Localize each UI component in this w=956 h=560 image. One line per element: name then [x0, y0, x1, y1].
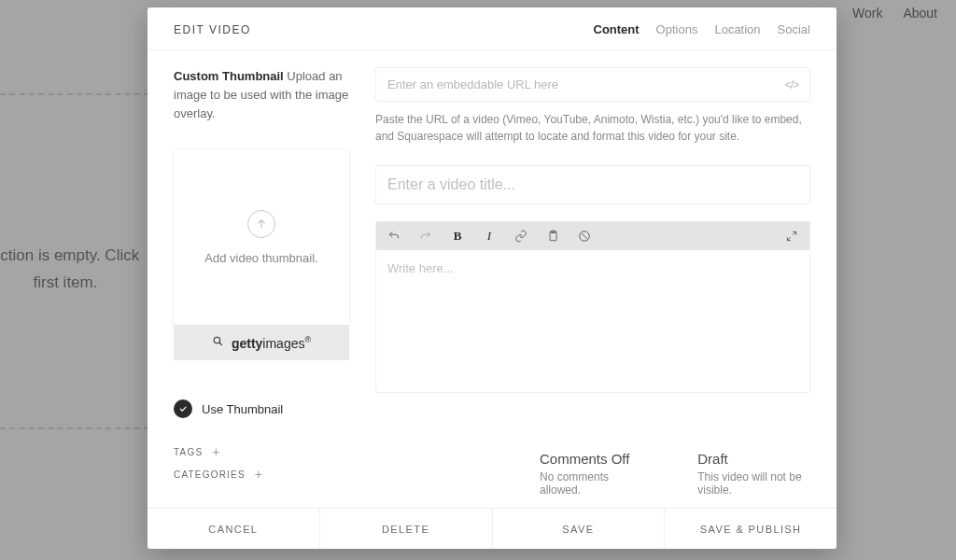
modal-tabs: Content Options Location Social	[594, 22, 811, 36]
use-thumbnail-toggle[interactable]: Use Thumbnail	[174, 399, 349, 418]
cancel-button[interactable]: CANCEL	[148, 509, 320, 549]
undo-button[interactable]	[386, 228, 402, 245]
embed-code-icon[interactable]: </>	[785, 78, 798, 91]
tab-content[interactable]: Content	[594, 22, 640, 36]
comments-status[interactable]: Comments Off No comments allowed.	[540, 451, 651, 497]
getty-logo: gettyimages®	[232, 335, 311, 351]
add-categories[interactable]: CATEGORIES +	[174, 467, 349, 482]
modal-title: EDIT VIDEO	[174, 23, 251, 36]
plus-icon: +	[255, 467, 263, 482]
video-title-input[interactable]	[375, 165, 810, 204]
status-row: Comments Off No comments allowed. Draft …	[540, 451, 836, 497]
comments-status-title: Comments Off	[540, 451, 651, 467]
taxonomy-section: TAGS + CATEGORIES +	[174, 444, 349, 482]
checkmark-icon	[174, 399, 192, 418]
modal-footer: CANCEL DELETE SAVE SAVE & PUBLISH	[148, 508, 836, 549]
expand-button[interactable]	[783, 228, 800, 245]
use-thumbnail-label: Use Thumbnail	[202, 402, 283, 416]
thumbnail-description: Custom Thumbnail Upload an image to be u…	[174, 67, 349, 123]
tab-options[interactable]: Options	[656, 22, 698, 36]
clear-formatting-button[interactable]	[576, 228, 593, 245]
save-button[interactable]: SAVE	[493, 509, 666, 549]
plus-icon: +	[212, 444, 220, 459]
draft-status[interactable]: Draft This video will not be visible.	[697, 451, 836, 497]
clipboard-button[interactable]	[544, 228, 561, 245]
left-column: Custom Thumbnail Upload an image to be u…	[174, 67, 349, 498]
save-publish-button[interactable]: SAVE & PUBLISH	[665, 509, 836, 549]
embed-url-help: Paste the URL of a video (Vimeo, YouTube…	[375, 111, 810, 145]
right-column: </> Paste the URL of a video (Vimeo, You…	[375, 67, 810, 498]
categories-label: CATEGORIES	[174, 469, 246, 480]
editor-toolbar: B I	[376, 222, 809, 250]
tab-social[interactable]: Social	[778, 22, 810, 36]
add-thumbnail-label: Add video thumbnail.	[204, 251, 317, 265]
comments-status-sub: No comments allowed.	[540, 470, 651, 497]
modal-body: Custom Thumbnail Upload an image to be u…	[148, 50, 836, 508]
rich-text-editor: B I Write here...	[375, 221, 810, 393]
search-icon	[212, 335, 224, 350]
embed-url-input[interactable]	[387, 77, 785, 91]
draft-status-title: Draft	[697, 451, 836, 467]
add-thumbnail-dropzone[interactable]: Add video thumbnail.	[174, 149, 349, 325]
upload-arrow-icon	[247, 210, 275, 238]
italic-button[interactable]: I	[481, 228, 498, 245]
add-tags[interactable]: TAGS +	[174, 444, 349, 459]
tags-label: TAGS	[174, 447, 203, 457]
edit-video-modal: EDIT VIDEO Content Options Location Soci…	[148, 7, 836, 549]
editor-placeholder: Write here...	[387, 261, 454, 275]
delete-button[interactable]: DELETE	[320, 509, 493, 549]
svg-point-0	[214, 338, 220, 344]
embed-url-row: </>	[375, 67, 810, 102]
tab-location[interactable]: Location	[714, 22, 760, 36]
bold-button[interactable]: B	[449, 228, 466, 245]
redo-button[interactable]	[417, 228, 434, 245]
link-button[interactable]	[513, 228, 529, 245]
thumbnail-desc-strong: Custom Thumbnail	[174, 69, 284, 83]
modal-header: EDIT VIDEO Content Options Location Soci…	[148, 7, 836, 50]
draft-status-sub: This video will not be visible.	[697, 470, 836, 497]
getty-images-search[interactable]: gettyimages®	[174, 325, 349, 360]
editor-body[interactable]: Write here...	[376, 250, 809, 392]
